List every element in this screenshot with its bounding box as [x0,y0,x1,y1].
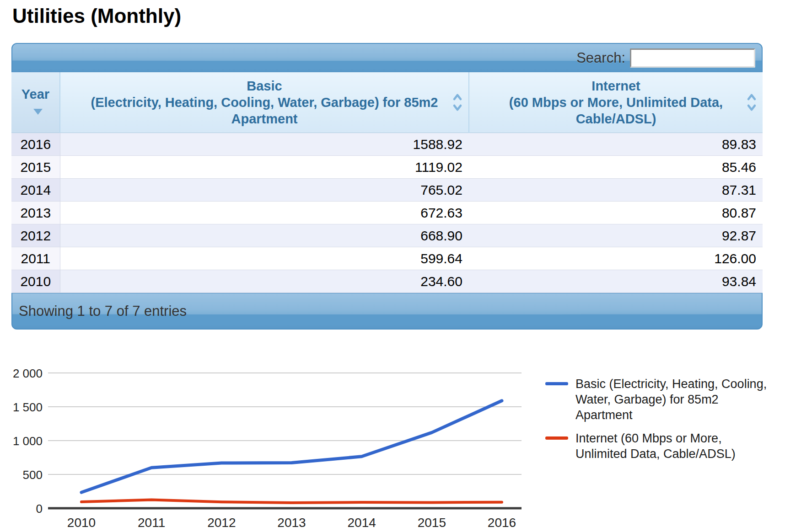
search-input[interactable] [630,48,755,68]
basic-cell: 672.63 [60,202,469,224]
x-tick-label: 2013 [277,516,306,530]
legend-label: Internet (60 Mbps or More, Unlimited Dat… [575,431,768,462]
x-tick-label: 2012 [207,516,236,530]
year-cell: 2016 [11,133,60,156]
x-tick-label: 2011 [138,516,165,530]
year-cell: 2014 [11,179,60,202]
search-area: Search: [576,48,755,68]
y-tick-label: 500 [23,468,43,482]
internet-series-swatch [545,436,568,440]
table-info-bar: Showing 1 to 7 of 7 entries [11,293,763,330]
x-tick-label: 2015 [418,516,446,530]
y-tick-label: 2 000 [13,367,43,380]
internet-cell: 80.87 [469,202,763,224]
year-cell: 2015 [11,156,60,179]
table-row: 2014 765.02 87.31 [11,179,763,202]
chart-legend: Basic (Electricity, Heating, Cooling, Wa… [545,376,768,469]
internet-cell: 93.84 [469,270,763,293]
table-row: 2013 672.63 80.87 [11,202,763,224]
utilities-chart: 05001 0001 5002 000201020112012201320142… [0,330,785,532]
table-info: Showing 1 to 7 of 7 entries [12,303,187,319]
x-tick-label: 2014 [348,516,376,530]
x-tick-label: 2010 [67,516,96,530]
legend-item-basic: Basic (Electricity, Heating, Cooling, Wa… [545,376,768,423]
basic-cell: 1119.02 [60,156,469,179]
utilities-table: Year Basic (Electricity, Heating, Coolin… [11,72,763,293]
table-row: 2012 668.90 92.87 [11,224,763,247]
table-row: 2016 1588.92 89.83 [11,133,763,156]
datatable-wrapper: Search: Year Basic (Electricity, Heating… [11,43,763,330]
y-tick-label: 1 500 [13,400,43,414]
year-cell: 2011 [11,247,60,270]
internet-cell: 85.46 [469,156,763,179]
basic-cell: 599.64 [60,247,469,270]
sort-both-icon [452,92,463,113]
internet-cell: 92.87 [469,224,763,247]
search-label: Search: [576,50,625,66]
basic-cell: 668.90 [60,224,469,247]
series-line [81,500,502,503]
legend-item-internet: Internet (60 Mbps or More, Unlimited Dat… [545,431,768,462]
basic-series-swatch [545,382,568,385]
y-tick-label: 1 000 [13,434,43,448]
column-header-internet[interactable]: Internet (60 Mbps or More, Unlimited Dat… [469,72,763,133]
year-cell: 2012 [11,224,60,247]
internet-cell: 87.31 [469,179,763,202]
x-tick-label: 2016 [488,516,516,530]
sort-both-icon [746,92,757,113]
table-row: 2010 234.60 93.84 [11,270,763,293]
sort-descending-icon [33,109,43,115]
table-row: 2011 599.64 126.00 [11,247,763,270]
year-cell: 2010 [11,270,60,293]
y-tick-label: 0 [36,502,43,516]
page-title: Utilities (Monthly) [12,5,785,27]
legend-label: Basic (Electricity, Heating, Cooling, Wa… [575,376,768,423]
internet-cell: 126.00 [469,247,763,270]
column-header-year[interactable]: Year [11,72,60,133]
basic-cell: 1588.92 [60,133,469,156]
basic-cell: 234.60 [60,270,469,293]
series-line [81,401,502,493]
year-cell: 2013 [11,202,60,224]
table-row: 2015 1119.02 85.46 [11,156,763,179]
column-header-basic[interactable]: Basic (Electricity, Heating, Cooling, Wa… [60,72,469,133]
internet-cell: 89.83 [469,133,763,156]
table-toolbar: Search: [11,43,763,72]
basic-cell: 765.02 [60,179,469,202]
header-row: Year Basic (Electricity, Heating, Coolin… [11,72,763,133]
